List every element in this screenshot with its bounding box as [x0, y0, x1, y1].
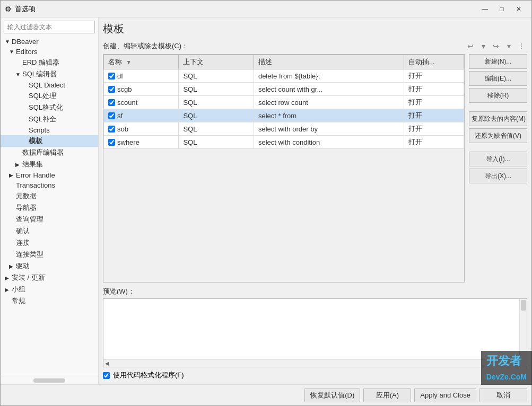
- tree-arrow: ▶: [15, 162, 21, 167]
- row-name: swhere: [117, 138, 139, 146]
- row-checkbox[interactable]: [108, 139, 115, 146]
- tree-item-navigator[interactable]: 导航器: [1, 202, 98, 214]
- tree-item-common[interactable]: 常规: [1, 295, 98, 307]
- table-row[interactable]: df SQL delete from ${table}; 打开: [104, 69, 464, 83]
- search-box: [4, 21, 95, 33]
- edit-button[interactable]: 编辑(E)...: [469, 71, 527, 86]
- table-row[interactable]: scount SQL select row count 打开: [104, 96, 464, 109]
- close-button[interactable]: ✕: [510, 2, 527, 16]
- tree-item-metadata[interactable]: 元数据: [1, 190, 98, 202]
- row-checkbox[interactable]: [108, 73, 115, 80]
- tree-item-driver[interactable]: ▶ 驱动: [1, 260, 98, 272]
- preferences-window: ⚙ 首选项 — □ ✕ ▼ DBeaver ▼ Editors: [0, 0, 532, 406]
- tree-item-connect[interactable]: 连接: [1, 237, 98, 249]
- tree-arrow: [22, 105, 27, 111]
- tree-label: 常规: [12, 296, 25, 306]
- tree-item-connect-type[interactable]: 连接类型: [1, 249, 98, 260]
- maximize-button[interactable]: □: [493, 2, 510, 16]
- search-input[interactable]: [4, 21, 95, 33]
- row-name: scgb: [117, 85, 132, 93]
- page-title: 模板: [103, 22, 527, 36]
- tree-label: DBeaver: [12, 38, 39, 46]
- row-name: sf: [117, 112, 123, 120]
- tree-item-templates[interactable]: 模板: [1, 135, 98, 147]
- tree-label: SQL处理: [29, 91, 56, 101]
- tree-item-sql-supplement[interactable]: SQL补全: [1, 113, 98, 125]
- minimize-button[interactable]: —: [476, 2, 493, 16]
- more-button[interactable]: ⋮: [516, 40, 527, 52]
- tree-item-dbeaver[interactable]: ▼ DBeaver: [1, 37, 98, 47]
- tree-item-erd[interactable]: ERD 编辑器: [1, 57, 98, 68]
- table-row[interactable]: swhere SQL select with condition 打开: [104, 136, 464, 149]
- col-header-auto[interactable]: 自动插...: [404, 55, 464, 69]
- preview-hscroll: ◀ ▶: [103, 359, 519, 367]
- tree-item-error-handle[interactable]: ▶ Error Handle: [1, 170, 98, 180]
- row-checkbox[interactable]: [108, 126, 115, 133]
- table-row[interactable]: sf SQL select * from 打开: [104, 109, 464, 122]
- tree-item-query-mgr[interactable]: 查询管理: [1, 214, 98, 225]
- tree-arrow: [9, 205, 14, 211]
- tree-item-group[interactable]: ▶ 小组: [1, 284, 98, 295]
- col-header-desc[interactable]: 描述: [254, 55, 404, 69]
- tree-arrow: ▶: [9, 172, 14, 178]
- hscroll-left-arrow[interactable]: ◀: [103, 360, 111, 367]
- tree-item-sql-editor[interactable]: ▼ SQL编辑器: [1, 68, 98, 80]
- cancel-button[interactable]: 取消: [479, 389, 527, 402]
- row-context: SQL: [179, 136, 254, 149]
- formatter-row: 使用代码格式化程序(F): [103, 370, 527, 380]
- tree-item-editors[interactable]: ▼ Editors: [1, 47, 98, 57]
- row-context: SQL: [179, 122, 254, 136]
- import-button[interactable]: 导入(I)...: [469, 152, 527, 166]
- row-checkbox[interactable]: [108, 86, 115, 93]
- forward-button[interactable]: ↪: [490, 40, 502, 52]
- tree-label: 驱动: [16, 261, 30, 271]
- table-scroll[interactable]: 名称 ▼ 上下文 描述: [103, 55, 464, 282]
- tree-item-db-editor[interactable]: 数据库编辑器: [1, 147, 98, 158]
- tree-arrow: ▶: [9, 263, 14, 269]
- formatter-checkbox[interactable]: [103, 372, 110, 379]
- preview-scrollbar[interactable]: [519, 299, 527, 367]
- action-buttons: 新建(N)... 编辑(E)... 移除(R) 复原除去的内容(M) 还原为缺省…: [469, 54, 527, 283]
- tree-item-sql-format[interactable]: SQL格式化: [1, 102, 98, 113]
- tree-label: 查询管理: [16, 215, 43, 224]
- preview-box[interactable]: ◀ ▶: [103, 298, 527, 367]
- tree-item-install-update[interactable]: ▶ 安装 / 更新: [1, 272, 98, 284]
- preview-label: 预览(W)：: [103, 287, 527, 296]
- tree-item-confirm[interactable]: 确认: [1, 225, 98, 237]
- restore-removed-button[interactable]: 复原除去的内容(M): [469, 111, 527, 126]
- restore-defaults-button[interactable]: 恢复默认值(D): [304, 389, 360, 402]
- row-context: SQL: [179, 96, 254, 109]
- toolbar-row: 创建、编辑或除去模板(C)： ↩ ▾ ↪ ▾ ⋮: [103, 40, 527, 52]
- restore-default-button[interactable]: 还原为缺省值(V): [469, 128, 527, 143]
- right-panel: 模板 创建、编辑或除去模板(C)： ↩ ▾ ↪ ▾ ⋮: [99, 17, 531, 384]
- apply-button[interactable]: 应用(A): [363, 389, 411, 402]
- remove-button[interactable]: 移除(R): [469, 88, 527, 103]
- tree-item-sql-dialect[interactable]: SQL Dialect: [1, 80, 98, 90]
- tree-item-transactions[interactable]: Transactions: [1, 180, 98, 190]
- back-dropdown[interactable]: ▾: [477, 40, 489, 52]
- hscroll-right-arrow[interactable]: ▶: [512, 360, 519, 367]
- tree-item-results[interactable]: ▶ 结果集: [1, 158, 98, 170]
- row-checkbox[interactable]: [108, 112, 115, 119]
- tree-arrow: ▼: [5, 39, 10, 45]
- tree-label: 导航器: [16, 203, 37, 213]
- tree-label: SQL补全: [29, 114, 56, 124]
- formatter-label[interactable]: 使用代码格式化程序(F): [113, 370, 184, 380]
- tree-item-scripts[interactable]: Scripts: [1, 125, 98, 135]
- forward-dropdown[interactable]: ▾: [503, 40, 514, 52]
- col-header-context[interactable]: 上下文: [179, 55, 254, 69]
- table-row[interactable]: sob SQL select with order by 打开: [104, 122, 464, 136]
- window-title: 首选项: [15, 4, 476, 14]
- tree-arrow: ▶: [5, 275, 10, 281]
- row-checkbox[interactable]: [108, 99, 115, 106]
- col-header-name[interactable]: 名称 ▼: [104, 55, 179, 69]
- new-button[interactable]: 新建(N)...: [469, 54, 527, 69]
- tree-item-sql-process[interactable]: SQL处理: [1, 90, 98, 102]
- back-button[interactable]: ↩: [465, 40, 476, 52]
- table-section: 名称 ▼ 上下文 描述: [103, 54, 465, 283]
- sort-arrow-name: ▼: [126, 59, 132, 65]
- tree-label: 小组: [12, 285, 25, 294]
- export-button[interactable]: 导出(X)...: [469, 169, 527, 183]
- table-row[interactable]: scgb SQL select count with gr... 打开: [104, 83, 464, 96]
- apply-close-button[interactable]: Apply and Close: [414, 389, 476, 402]
